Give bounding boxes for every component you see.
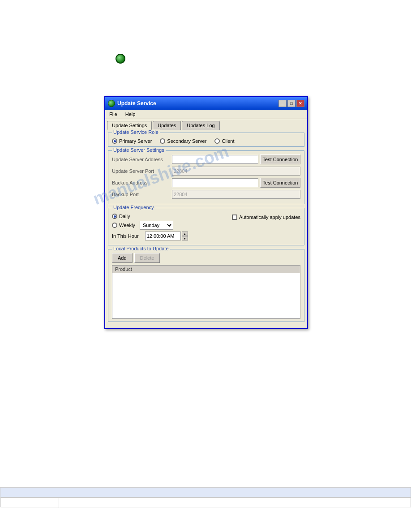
- title-controls: _ □ ✕: [278, 100, 304, 107]
- product-column-header: Product: [112, 266, 300, 273]
- update-frequency-group: Update Frequency Daily Weekly: [108, 208, 304, 245]
- day-select[interactable]: Sunday Monday Tuesday Wednesday Thursday…: [140, 221, 173, 230]
- auto-apply-checkbox[interactable]: Automatically apply updates: [232, 215, 300, 220]
- update-server-port-row: Update Server Port: [112, 167, 300, 176]
- weekly-label: Weekly: [119, 223, 135, 228]
- radio-secondary-server[interactable]: Secondary Server: [160, 138, 206, 144]
- radio-primary-server[interactable]: Primary Server: [112, 138, 152, 144]
- weekly-row: Weekly Sunday Monday Tuesday Wednesday T…: [112, 221, 188, 230]
- title-globe-icon: [108, 100, 115, 107]
- bottom-data-row: [0, 498, 411, 508]
- radio-daily[interactable]: Daily: [112, 214, 130, 219]
- test-connection-btn-1[interactable]: Test Connection: [260, 154, 300, 164]
- bottom-header-row: [0, 488, 411, 498]
- bottom-cell-1: [1, 498, 59, 508]
- update-service-role-label: Update Service Role: [112, 129, 160, 135]
- in-this-hour-row: In This Hour ▲ ▼: [112, 232, 188, 240]
- auto-apply-label: Automatically apply updates: [239, 215, 300, 220]
- auto-apply-box: [232, 215, 237, 220]
- products-toolbar: Add Delete: [112, 253, 300, 263]
- radio-client-circle: [214, 138, 220, 144]
- globe-icon: [116, 54, 125, 64]
- product-list: Product: [112, 265, 300, 319]
- radio-primary-circle: [112, 138, 117, 144]
- radio-weekly-circle: [112, 223, 117, 228]
- delete-button[interactable]: Delete: [134, 253, 160, 263]
- add-button[interactable]: Add: [112, 253, 133, 263]
- local-products-label: Local Products to Update: [112, 246, 170, 251]
- daily-row: Daily: [112, 214, 188, 219]
- menu-bar: File Help: [105, 110, 307, 119]
- bottom-cell-2: [59, 498, 411, 508]
- update-server-address-label: Update Server Address: [112, 157, 170, 162]
- radio-secondary-label: Secondary Server: [167, 138, 206, 144]
- time-input[interactable]: [145, 232, 181, 240]
- backup-port-input[interactable]: [172, 190, 300, 199]
- test-connection-btn-2[interactable]: Test Connection: [260, 178, 300, 188]
- tab-updates-log[interactable]: Updates Log: [182, 121, 219, 130]
- bottom-header-cell-1: [0, 488, 411, 498]
- bottom-table-area: [0, 487, 411, 507]
- time-down-button[interactable]: ▼: [182, 236, 188, 240]
- maximize-button[interactable]: □: [287, 100, 295, 107]
- radio-client[interactable]: Client: [214, 138, 234, 144]
- backup-port-label: Backup Port: [112, 192, 170, 197]
- title-bar: Update Service _ □ ✕: [105, 97, 307, 110]
- radio-weekly[interactable]: Weekly: [112, 223, 135, 228]
- update-server-settings-group: Update Server Settings Update Server Add…: [108, 150, 304, 204]
- update-server-address-row: Update Server Address Test Connection: [112, 154, 300, 164]
- menu-help[interactable]: Help: [123, 111, 138, 118]
- frequency-left: Daily Weekly Sunday Monday Tuesday Wedne…: [112, 214, 188, 242]
- daily-label: Daily: [119, 214, 130, 219]
- title-bar-left: Update Service: [108, 100, 156, 107]
- update-server-address-input[interactable]: [172, 155, 258, 164]
- radio-primary-label: Primary Server: [119, 138, 152, 144]
- update-server-settings-label: Update Server Settings: [112, 147, 166, 153]
- update-server-port-input[interactable]: [172, 167, 300, 176]
- radio-secondary-circle: [160, 138, 165, 144]
- close-button[interactable]: ✕: [296, 100, 304, 107]
- time-input-wrap: ▲ ▼: [145, 232, 188, 240]
- menu-file[interactable]: File: [107, 111, 120, 118]
- time-spinner: ▲ ▼: [182, 232, 188, 240]
- backup-address-row: Backup Address Test Connection: [112, 178, 300, 188]
- update-server-port-label: Update Server Port: [112, 168, 170, 174]
- update-service-window: Update Service _ □ ✕ File Help Update Se…: [104, 96, 308, 329]
- bottom-table: [0, 487, 411, 507]
- in-this-hour-label: In This Hour: [112, 233, 139, 239]
- backup-address-input[interactable]: [172, 178, 258, 187]
- update-frequency-label: Update Frequency: [112, 205, 155, 210]
- tab-content: Update Service Role Primary Server Secon…: [105, 130, 307, 328]
- time-up-button[interactable]: ▲: [182, 232, 188, 236]
- radio-daily-circle: [112, 214, 117, 219]
- frequency-right: Automatically apply updates: [232, 214, 300, 220]
- radio-client-label: Client: [222, 138, 234, 144]
- minimize-button[interactable]: _: [278, 100, 287, 107]
- role-radio-group: Primary Server Secondary Server Client: [112, 137, 300, 144]
- backup-port-row: Backup Port: [112, 190, 300, 199]
- globe-area: [116, 54, 125, 64]
- tab-bar: Update Settings Updates Updates Log: [105, 119, 307, 130]
- update-service-role-group: Update Service Role Primary Server Secon…: [108, 133, 304, 147]
- tab-updates[interactable]: Updates: [153, 121, 181, 130]
- window-title: Update Service: [117, 100, 156, 107]
- tab-update-settings[interactable]: Update Settings: [107, 121, 152, 130]
- bottom-data-row-cells: [0, 498, 411, 507]
- backup-address-label: Backup Address: [112, 180, 170, 185]
- local-products-group: Local Products to Update Add Delete Prod…: [108, 249, 304, 322]
